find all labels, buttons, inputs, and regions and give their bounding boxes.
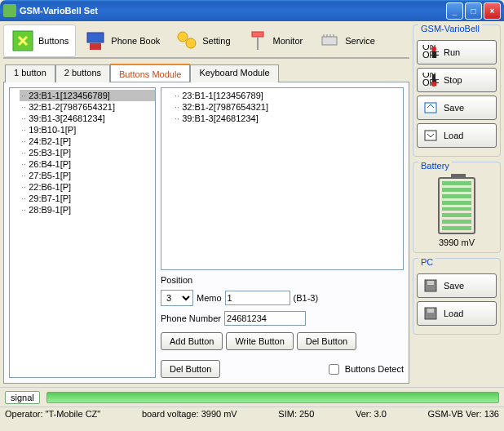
- close-button[interactable]: ×: [484, 2, 501, 20]
- tab-bar: 1 button2 buttonsButtons ModuleKeyboard …: [3, 64, 409, 82]
- save-button[interactable]: Save: [417, 96, 497, 120]
- memo-suffix: (B1-3): [294, 293, 319, 303]
- pc-save-button[interactable]: Save: [417, 273, 497, 298]
- status-ver: Ver: 3.0: [356, 409, 387, 419]
- phone-input[interactable]: [224, 311, 306, 326]
- svg-point-3: [178, 32, 188, 42]
- buttons-icon: [11, 29, 35, 53]
- stop-switch-icon: ONOFF: [421, 72, 440, 88]
- toolbar-service[interactable]: Service: [310, 24, 382, 57]
- title-bar: GSM-VarioBell Set _ □ ×: [0, 0, 504, 21]
- save-icon: [421, 100, 440, 116]
- main-toolbar: ButtonsPhone BookSettingMonitorService: [3, 24, 409, 59]
- tree-item[interactable]: 22:B6-1[P]: [20, 181, 155, 193]
- add-button[interactable]: Add Button: [161, 332, 223, 350]
- buttons-tree[interactable]: 23:B1-1[123456789]32:B1-2[7987654321]39:…: [9, 87, 156, 378]
- svg-point-15: [431, 47, 436, 51]
- signal-label: signal: [5, 391, 40, 404]
- tree-item[interactable]: 26:B4-1[P]: [20, 158, 155, 170]
- tab-bmod[interactable]: Buttons Module: [110, 64, 190, 82]
- svg-rect-21: [425, 131, 436, 140]
- tab-page-buttons-module: 23:B1-1[123456789]32:B1-2[7987654321]39:…: [3, 82, 409, 384]
- svg-rect-7: [322, 37, 337, 45]
- svg-point-4: [186, 38, 196, 48]
- svg-text:OFF: OFF: [422, 78, 439, 87]
- tab-2btn[interactable]: 2 buttons: [55, 64, 110, 82]
- gsm-variobell-group: GSM-VarioBell ONOFF Run ONOFF Stop Save …: [413, 24, 501, 157]
- tree-item[interactable]: 23:B1-1[123456789]: [20, 90, 155, 101]
- toolbar-phonebook[interactable]: Phone Book: [76, 24, 167, 57]
- pc-group: PC Save Load: [413, 258, 501, 335]
- write-button[interactable]: Write Button: [226, 332, 293, 350]
- status-bar: Operator: "T-Mobile CZ" board voltage: 3…: [0, 407, 504, 420]
- svg-point-19: [431, 82, 436, 87]
- run-switch-icon: ONOFF: [421, 44, 440, 60]
- svg-rect-1: [87, 33, 104, 42]
- window-title: GSM-VarioBell Set: [20, 6, 444, 16]
- list-item[interactable]: 23:B1-1[123456789]: [173, 90, 401, 101]
- stop-button[interactable]: ONOFF Stop: [417, 68, 497, 92]
- tree-item[interactable]: 28:B9-1[P]: [20, 204, 155, 216]
- svg-text:OFF: OFF: [422, 50, 439, 60]
- buttons-detect-input[interactable]: [329, 364, 339, 375]
- battery-icon: [438, 177, 475, 234]
- tree-item[interactable]: 32:B1-2[7987654321]: [20, 101, 155, 113]
- tree-item[interactable]: 24:B2-1[P]: [20, 136, 155, 147]
- monitor-icon: [245, 29, 270, 53]
- position-select[interactable]: 3: [161, 290, 193, 306]
- status-operator: Operator: "T-Mobile CZ": [5, 409, 100, 419]
- tree-item[interactable]: 25:B3-1[P]: [20, 147, 155, 158]
- disk-load-icon: [421, 305, 440, 322]
- battery-voltage: 3990 mV: [439, 238, 475, 247]
- app-icon: [3, 4, 16, 17]
- gsm-group-title: GSM-VarioBell: [418, 24, 482, 33]
- tree-item[interactable]: 29:B7-1[P]: [20, 193, 155, 204]
- toolbar-buttons[interactable]: Buttons: [3, 24, 76, 57]
- load-button[interactable]: Load: [417, 123, 497, 148]
- signal-progress: [46, 392, 499, 403]
- pc-title: PC: [418, 257, 435, 267]
- svg-rect-5: [252, 32, 263, 37]
- phonebook-icon: [83, 29, 108, 53]
- load-icon: [421, 127, 440, 144]
- signal-bar: signal: [0, 387, 504, 407]
- disk-save-icon: [421, 278, 440, 294]
- status-sim: SIM: 250: [278, 409, 314, 419]
- maximize-button[interactable]: □: [465, 2, 482, 20]
- status-gsmvb: GSM-VB Ver: 136: [428, 409, 499, 419]
- memo-input[interactable]: [225, 291, 290, 305]
- status-voltage: board voltage: 3990 mV: [142, 409, 237, 419]
- list-item[interactable]: 39:B1-3[24681234]: [173, 113, 401, 124]
- pc-load-button[interactable]: Load: [417, 301, 497, 326]
- battery-group: Battery 3990 mV: [413, 162, 501, 253]
- tab-kmod[interactable]: Keyboard Module: [190, 64, 278, 82]
- minimize-button[interactable]: _: [446, 2, 463, 20]
- tab-1btn[interactable]: 1 button: [5, 64, 55, 82]
- buttons-detect-checkbox[interactable]: Buttons Detect: [325, 362, 404, 377]
- svg-rect-25: [427, 309, 434, 313]
- setting-icon: [175, 29, 199, 53]
- toolbar-monitor[interactable]: Monitor: [238, 24, 311, 57]
- run-button[interactable]: ONOFF Run: [417, 40, 497, 64]
- toolbar-setting[interactable]: Setting: [167, 24, 237, 57]
- del-button-2[interactable]: Del Button: [161, 360, 220, 378]
- svg-rect-2: [90, 43, 101, 50]
- svg-rect-23: [427, 281, 434, 285]
- phone-label: Phone Number: [161, 313, 221, 323]
- tree-item[interactable]: 27:B5-1[P]: [20, 170, 155, 181]
- buttons-listbox[interactable]: 23:B1-1[123456789]32:B1-2[7987654321]39:…: [161, 87, 404, 270]
- buttons-detect-label: Buttons Detect: [345, 364, 404, 374]
- list-item[interactable]: 32:B1-2[7987654321]: [173, 101, 401, 113]
- service-icon: [317, 29, 342, 53]
- memo-label: Memo: [197, 293, 222, 303]
- del-button[interactable]: Del Button: [297, 332, 356, 350]
- tree-item[interactable]: 39:B1-3[24681234]: [20, 113, 155, 124]
- tree-item[interactable]: 19:B10-1[P]: [20, 124, 155, 136]
- position-label: Position: [161, 275, 192, 285]
- battery-title: Battery: [418, 161, 452, 171]
